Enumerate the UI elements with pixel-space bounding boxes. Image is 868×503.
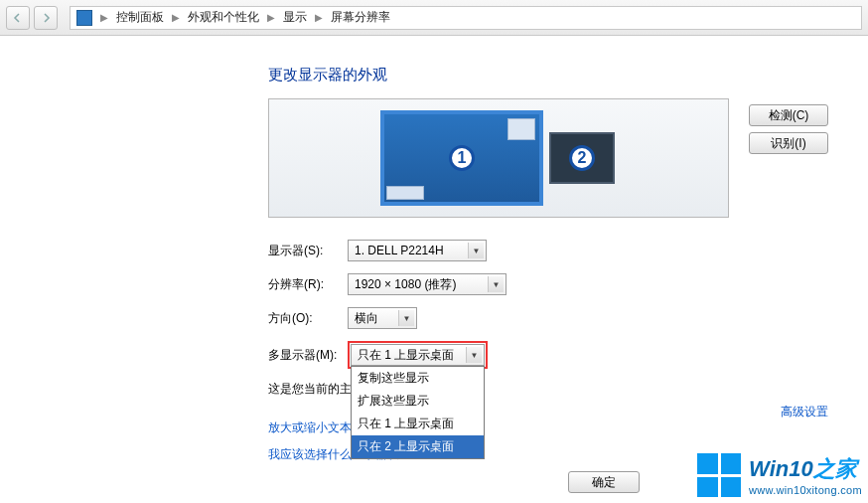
chevron-right-icon: ▶ bbox=[172, 12, 180, 23]
chevron-down-icon: ▼ bbox=[466, 347, 482, 363]
content-pane: 更改显示器的外观 1 2 检测(C) 识别(I) 显示器(S): 1. DELL… bbox=[0, 36, 868, 483]
multi-display-dropdown[interactable]: 复制这些显示 扩展这些显示 只在 1 上显示桌面 只在 2 上显示桌面 bbox=[351, 366, 485, 459]
dialog-buttons: 确定 bbox=[568, 471, 640, 493]
multi-display-select[interactable]: 只在 1 上显示桌面 ▼ bbox=[351, 344, 485, 366]
monitor-preview-row: 1 2 检测(C) 识别(I) bbox=[268, 98, 828, 218]
chevron-right-icon: ▶ bbox=[100, 12, 108, 23]
display-select[interactable]: 1. DELL P2214H ▼ bbox=[348, 240, 487, 261]
resolution-value: 1920 × 1080 (推荐) bbox=[355, 276, 456, 293]
watermark-brand-zh: 之家 bbox=[813, 456, 857, 481]
monitor-preview[interactable]: 1 2 bbox=[268, 98, 729, 218]
multi-option[interactable]: 扩展这些显示 bbox=[352, 390, 484, 413]
multi-display-row: 多显示器(M): 只在 1 上显示桌面 ▼ 复制这些显示 扩展这些显示 只在 1… bbox=[268, 341, 828, 369]
chevron-right-icon: ▶ bbox=[267, 12, 275, 23]
breadcrumb-item[interactable]: 屏幕分辨率 bbox=[331, 9, 390, 26]
preview-buttons: 检测(C) 识别(I) bbox=[749, 98, 828, 154]
monitor-number: 2 bbox=[569, 145, 595, 171]
forward-button[interactable] bbox=[34, 6, 58, 30]
display-settings-form: 显示器(S): 1. DELL P2214H ▼ 分辨率(R): 1920 × … bbox=[268, 240, 828, 463]
multi-option[interactable]: 只在 1 上显示桌面 bbox=[352, 413, 484, 435]
window-thumb-icon bbox=[507, 118, 535, 140]
multi-option-selected[interactable]: 只在 2 上显示桌面 bbox=[352, 435, 484, 458]
multi-display-label: 多显示器(M): bbox=[268, 347, 348, 364]
identify-button[interactable]: 识别(I) bbox=[749, 132, 828, 154]
page-title: 更改显示器的外观 bbox=[268, 66, 828, 84]
monitor-2[interactable]: 2 bbox=[549, 132, 615, 184]
watermark-url: www.win10xitong.com bbox=[749, 484, 862, 496]
detect-button[interactable]: 检测(C) bbox=[749, 104, 828, 126]
back-button[interactable] bbox=[6, 6, 30, 30]
address-bar: ▶ 控制面板 ▶ 外观和个性化 ▶ 显示 ▶ 屏幕分辨率 bbox=[0, 0, 868, 36]
watermark-brand-en: Win10 bbox=[749, 456, 813, 481]
resolution-label: 分辨率(R): bbox=[268, 276, 348, 293]
taskbar-thumb-icon bbox=[386, 186, 424, 200]
control-panel-icon bbox=[76, 10, 92, 26]
windows-logo-icon bbox=[697, 453, 741, 497]
resolution-select[interactable]: 1920 × 1080 (推荐) ▼ bbox=[348, 273, 506, 295]
display-row: 显示器(S): 1. DELL P2214H ▼ bbox=[268, 240, 828, 261]
chevron-down-icon: ▼ bbox=[488, 276, 504, 292]
orientation-value: 横向 bbox=[355, 310, 378, 327]
breadcrumb-item[interactable]: 显示 bbox=[283, 9, 307, 26]
display-value: 1. DELL P2214H bbox=[355, 244, 444, 257]
display-label: 显示器(S): bbox=[268, 243, 348, 259]
watermark: Win10之家 www.win10xitong.com bbox=[697, 453, 862, 497]
ok-button[interactable]: 确定 bbox=[568, 471, 640, 493]
multi-option[interactable]: 复制这些显示 bbox=[352, 367, 484, 390]
breadcrumb[interactable]: ▶ 控制面板 ▶ 外观和个性化 ▶ 显示 ▶ 屏幕分辨率 bbox=[70, 6, 862, 30]
multi-display-value: 只在 1 上显示桌面 bbox=[358, 347, 454, 364]
breadcrumb-item[interactable]: 外观和个性化 bbox=[188, 9, 259, 26]
monitor-number: 1 bbox=[449, 145, 475, 171]
monitor-1[interactable]: 1 bbox=[382, 112, 541, 204]
multi-display-highlight: 只在 1 上显示桌面 ▼ 复制这些显示 扩展这些显示 只在 1 上显示桌面 只在… bbox=[348, 341, 488, 369]
advanced-settings-link[interactable]: 高级设置 bbox=[781, 404, 828, 420]
watermark-text: Win10之家 www.win10xitong.com bbox=[749, 454, 862, 496]
zoom-text-link[interactable]: 放大或缩小文本 bbox=[268, 420, 352, 434]
orientation-row: 方向(O): 横向 ▼ bbox=[268, 307, 828, 329]
chevron-right-icon: ▶ bbox=[315, 12, 323, 23]
chevron-down-icon: ▼ bbox=[398, 310, 414, 326]
orientation-select[interactable]: 横向 ▼ bbox=[348, 307, 417, 329]
chevron-down-icon: ▼ bbox=[468, 243, 484, 258]
resolution-row: 分辨率(R): 1920 × 1080 (推荐) ▼ bbox=[268, 273, 828, 295]
breadcrumb-item[interactable]: 控制面板 bbox=[116, 9, 164, 26]
orientation-label: 方向(O): bbox=[268, 310, 348, 327]
